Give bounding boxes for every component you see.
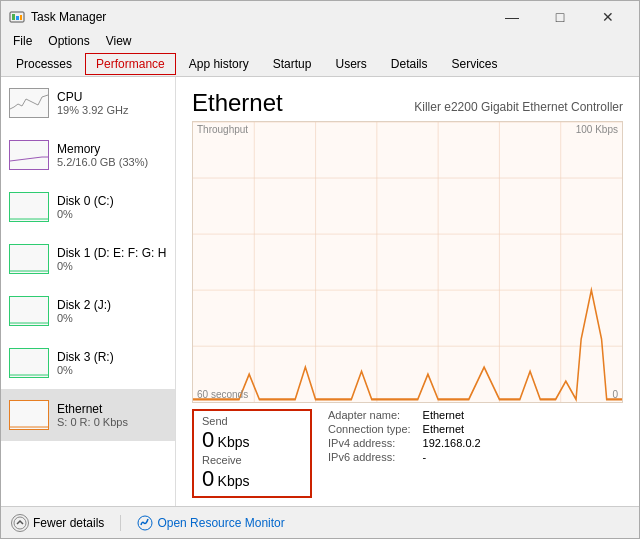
receive-value: 0: [202, 466, 214, 491]
window-title: Task Manager: [31, 10, 106, 24]
disk0-info: Disk 0 (C:) 0%: [57, 194, 167, 220]
adapter-name-value: Ethernet: [423, 409, 481, 421]
title-bar: Task Manager — □ ✕: [1, 1, 639, 31]
chart-throughput-label: Throughput: [197, 124, 248, 135]
disk1-name: Disk 1 (D: E: F: G: H: [57, 246, 167, 260]
disk2-name: Disk 2 (J:): [57, 298, 167, 312]
title-bar-left: Task Manager: [9, 9, 106, 25]
ethernet-thumbnail: [9, 400, 49, 430]
disk3-name: Disk 3 (R:): [57, 350, 167, 364]
disk0-detail: 0%: [57, 208, 167, 220]
memory-info: Memory 5.2/16.0 GB (33%): [57, 142, 167, 168]
tab-startup[interactable]: Startup: [262, 53, 323, 75]
tab-users[interactable]: Users: [324, 53, 377, 75]
sidebar-item-disk0[interactable]: Disk 0 (C:) 0%: [1, 181, 175, 233]
disk0-thumbnail: [9, 192, 49, 222]
ipv6-value: -: [423, 451, 481, 463]
receive-unit: Kbps: [218, 473, 250, 489]
svg-rect-8: [10, 297, 48, 325]
disk1-thumbnail: [9, 244, 49, 274]
disk3-info: Disk 3 (R:) 0%: [57, 350, 167, 376]
taskmanager-icon: [9, 9, 25, 25]
close-button[interactable]: ✕: [585, 7, 631, 27]
sidebar: CPU 19% 3.92 GHz Memory 5.2/16.0 GB (33%…: [1, 77, 176, 506]
chart-seconds-label: 60 seconds: [197, 389, 248, 400]
svg-rect-7: [10, 245, 48, 273]
memory-name: Memory: [57, 142, 167, 156]
disk0-name: Disk 0 (C:): [57, 194, 167, 208]
cpu-name: CPU: [57, 90, 167, 104]
tab-performance[interactable]: Performance: [85, 53, 176, 75]
disk3-thumbnail: [9, 348, 49, 378]
menu-file[interactable]: File: [5, 32, 40, 50]
chart-svg: [193, 122, 622, 402]
open-resource-monitor-label: Open Resource Monitor: [157, 516, 284, 530]
svg-rect-10: [10, 401, 48, 429]
footer-divider: [120, 515, 121, 531]
menu-view[interactable]: View: [98, 32, 140, 50]
ethernet-chart: Throughput 100 Kbps 60 seconds 0: [192, 121, 623, 403]
fewer-details-button[interactable]: Fewer details: [11, 514, 104, 532]
stats-info: Adapter name: Ethernet Connection type: …: [328, 409, 481, 498]
disk1-detail: 0%: [57, 260, 167, 272]
disk2-detail: 0%: [57, 312, 167, 324]
adapter-name-label: Adapter name:: [328, 409, 411, 421]
maximize-button[interactable]: □: [537, 7, 583, 27]
cpu-info: CPU 19% 3.92 GHz: [57, 90, 167, 116]
sidebar-item-ethernet[interactable]: Ethernet S: 0 R: 0 Kbps: [1, 389, 175, 441]
stats-send-receive: Send 0 Kbps Receive 0 Kbps: [192, 409, 312, 498]
menu-bar: File Options View: [1, 31, 639, 51]
disk3-detail: 0%: [57, 364, 167, 376]
ethernet-name: Ethernet: [57, 402, 167, 416]
ipv4-label: IPv4 address:: [328, 437, 411, 449]
sidebar-item-cpu[interactable]: CPU 19% 3.92 GHz: [1, 77, 175, 129]
send-label: Send: [202, 415, 302, 427]
svg-rect-1: [12, 14, 15, 20]
detail-header: Ethernet Killer e2200 Gigabit Ethernet C…: [192, 89, 623, 117]
disk2-info: Disk 2 (J:) 0%: [57, 298, 167, 324]
svg-rect-3: [20, 15, 22, 20]
sidebar-item-disk1[interactable]: Disk 1 (D: E: F: G: H 0%: [1, 233, 175, 285]
ethernet-info: Ethernet S: 0 R: 0 Kbps: [57, 402, 167, 428]
window-controls: — □ ✕: [489, 7, 631, 27]
disk2-thumbnail: [9, 296, 49, 326]
disk1-info: Disk 1 (D: E: F: G: H 0%: [57, 246, 167, 272]
footer: Fewer details Open Resource Monitor: [1, 506, 639, 538]
chart-max-label: 100 Kbps: [576, 124, 618, 135]
open-resource-monitor-link[interactable]: Open Resource Monitor: [137, 515, 284, 531]
svg-rect-2: [16, 16, 19, 20]
send-value-row: 0 Kbps: [202, 427, 302, 453]
ipv4-value: 192.168.0.2: [423, 437, 481, 449]
sidebar-item-disk3[interactable]: Disk 3 (R:) 0%: [1, 337, 175, 389]
tab-details[interactable]: Details: [380, 53, 439, 75]
menu-options[interactable]: Options: [40, 32, 97, 50]
svg-rect-6: [10, 193, 48, 221]
svg-rect-4: [10, 89, 48, 117]
sidebar-item-disk2[interactable]: Disk 2 (J:) 0%: [1, 285, 175, 337]
detail-subtitle: Killer e2200 Gigabit Ethernet Controller: [414, 100, 623, 114]
receive-value-row: 0 Kbps: [202, 466, 302, 492]
fewer-details-label: Fewer details: [33, 516, 104, 530]
tab-services[interactable]: Services: [441, 53, 509, 75]
detail-panel: Ethernet Killer e2200 Gigabit Ethernet C…: [176, 77, 639, 506]
sidebar-item-memory[interactable]: Memory 5.2/16.0 GB (33%): [1, 129, 175, 181]
svg-rect-9: [10, 349, 48, 377]
tab-processes[interactable]: Processes: [5, 53, 83, 75]
connection-type-value: Ethernet: [423, 423, 481, 435]
main-content: CPU 19% 3.92 GHz Memory 5.2/16.0 GB (33%…: [1, 77, 639, 506]
tab-app-history[interactable]: App history: [178, 53, 260, 75]
stats-row: Send 0 Kbps Receive 0 Kbps Adapter name:…: [192, 409, 623, 498]
send-value: 0: [202, 427, 214, 452]
resource-monitor-icon: [137, 515, 153, 531]
ipv6-label: IPv6 address:: [328, 451, 411, 463]
connection-type-label: Connection type:: [328, 423, 411, 435]
tabs-bar: Processes Performance App history Startu…: [1, 51, 639, 77]
fewer-details-icon: [11, 514, 29, 532]
memory-detail: 5.2/16.0 GB (33%): [57, 156, 167, 168]
minimize-button[interactable]: —: [489, 7, 535, 27]
svg-rect-5: [10, 141, 48, 169]
ethernet-detail: S: 0 R: 0 Kbps: [57, 416, 167, 428]
receive-label: Receive: [202, 454, 302, 466]
cpu-thumbnail: [9, 88, 49, 118]
svg-point-22: [14, 517, 26, 529]
